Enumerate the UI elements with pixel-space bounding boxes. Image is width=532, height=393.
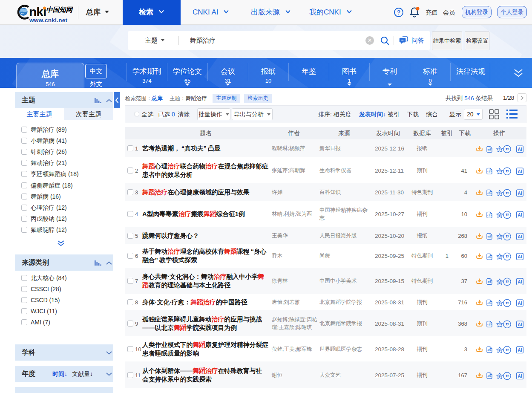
svg-text:?: ? xyxy=(397,9,401,16)
svg-text:</>: </> xyxy=(487,324,492,327)
svg-text:”: ” xyxy=(505,373,509,380)
svg-text:”: ” xyxy=(505,191,509,197)
svg-text:AI: AI xyxy=(518,169,522,174)
svg-text:AI: AI xyxy=(518,213,522,217)
svg-text:”: ” xyxy=(505,147,509,153)
svg-text:”: ” xyxy=(505,347,509,354)
svg-text:”: ” xyxy=(505,254,509,261)
svg-text:AI: AI xyxy=(518,234,522,239)
svg-text:”: ” xyxy=(505,322,509,329)
svg-text:</>: </> xyxy=(487,214,492,217)
svg-text:</>: </> xyxy=(487,192,492,195)
svg-text:</>: </> xyxy=(487,236,492,239)
svg-text:”: ” xyxy=(505,169,509,176)
svg-text:AI: AI xyxy=(518,147,522,152)
svg-text:</>: </> xyxy=(487,256,492,259)
svg-text:AI: AI xyxy=(518,348,522,353)
svg-text:www.cnki.net: www.cnki.net xyxy=(29,17,68,23)
svg-text:”: ” xyxy=(505,301,509,307)
svg-text:中国知网: 中国知网 xyxy=(46,6,74,13)
svg-text:AI: AI xyxy=(518,301,522,306)
svg-text:AI: AI xyxy=(518,374,522,379)
svg-text:</>: </> xyxy=(487,170,492,173)
svg-text:”: ” xyxy=(505,279,509,286)
svg-text:</>: </> xyxy=(487,349,492,352)
svg-text:”: ” xyxy=(505,234,509,241)
svg-text:AI: AI xyxy=(518,280,522,284)
svg-text:AI: AI xyxy=(518,191,522,196)
svg-text:</>: </> xyxy=(487,281,492,284)
svg-text:”: ” xyxy=(505,212,509,219)
svg-text:</>: </> xyxy=(487,375,492,378)
svg-text:AI: AI xyxy=(518,322,522,327)
svg-text:</>: </> xyxy=(487,148,492,151)
svg-text:AI: AI xyxy=(518,254,522,259)
svg-text:</>: </> xyxy=(487,302,492,305)
